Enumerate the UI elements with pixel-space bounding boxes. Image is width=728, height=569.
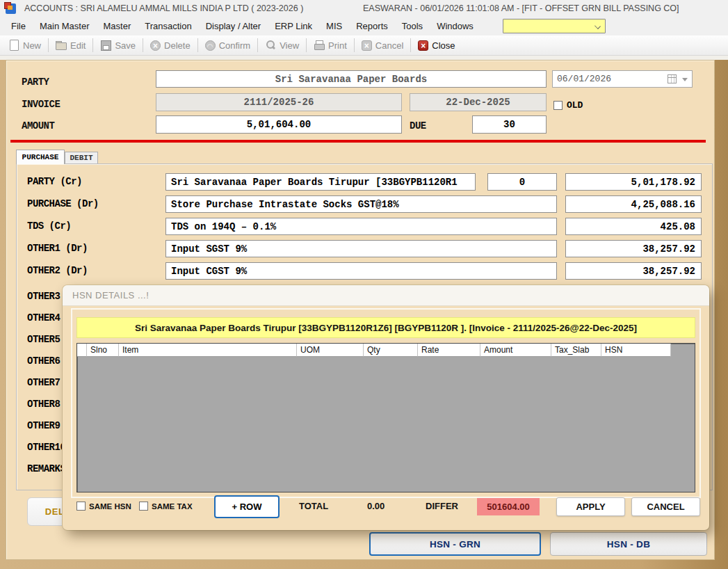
new-button[interactable]: New — [3, 38, 47, 53]
menu-erp-link[interactable]: ERP Link — [268, 18, 319, 34]
toolbar-button-label: Save — [115, 40, 136, 51]
menu-file[interactable]: File — [4, 18, 33, 34]
ledger-row-label: OTHER2 (Dr) — [27, 265, 88, 276]
differ-value-badge: 501604.00 — [477, 498, 540, 515]
toolbar-button-label: Delete — [164, 40, 191, 51]
voucher-date-picker[interactable]: 06/01/2026 — [552, 70, 693, 88]
grid-row-selector-header — [77, 344, 87, 357]
title-bar: ACCOUNTS : SRI ALAMELU AMMAL MILLS INDIA… — [0, 0, 728, 17]
print-printer-icon — [314, 40, 325, 51]
window-title: ACCOUNTS : SRI ALAMELU AMMAL MILLS INDIA… — [24, 3, 303, 13]
amount-label: AMOUNT — [22, 120, 54, 131]
grid-column-amount[interactable]: Amount — [480, 344, 551, 357]
add-row-button[interactable]: + ROW — [214, 495, 280, 518]
party-input[interactable]: Sri Saravanaa Paper Boards — [156, 70, 547, 88]
menu-items: FileMain MasterMasterTransactionDisplay … — [4, 18, 480, 34]
toolbar-separator — [48, 38, 49, 52]
grid-column-uom[interactable]: UOM — [297, 344, 364, 357]
ledger-description-input[interactable]: TDS on 194Q – 0.1% — [165, 218, 557, 235]
cancel-button[interactable]: Cancel — [356, 38, 409, 53]
grid-column-hsn[interactable]: HSN — [601, 344, 671, 357]
same-hsn-group: SAME HSN — [76, 502, 131, 511]
cancel-box-icon — [362, 40, 372, 51]
ledger-amount-input[interactable]: 5,01,178.92 — [565, 173, 702, 191]
ledger-row-label: OTHER8 — [27, 399, 60, 410]
ledger-extra-input[interactable]: 0 — [487, 173, 557, 191]
ledger-row-label: PURCHASE (Dr) — [27, 198, 99, 209]
menu-display-alter[interactable]: Display / Alter — [199, 18, 268, 34]
same-hsn-checkbox[interactable] — [76, 502, 86, 511]
toolbar-separator — [143, 38, 143, 52]
same-tax-checkbox[interactable] — [139, 502, 148, 511]
toolbar-button-label: Cancel — [375, 40, 403, 51]
menu-transaction[interactable]: Transaction — [138, 18, 198, 34]
edit-folder-icon — [56, 40, 67, 51]
toolbar-separator — [306, 38, 307, 52]
amount-input[interactable]: 5,01,604.00 — [156, 115, 402, 134]
menu-windows[interactable]: Windows — [430, 18, 480, 34]
hsn-grn-button[interactable]: HSN - GRN — [369, 532, 541, 556]
delete-button[interactable]: Delete — [145, 38, 196, 53]
ledger-row-label: OTHER6 — [27, 355, 60, 367]
ledger-description-input[interactable]: Store Purchase Intrastate Socks GST@18% — [165, 195, 557, 213]
menu-master[interactable]: Master — [96, 18, 138, 34]
toolbar-separator — [257, 38, 258, 52]
ledger-description-input[interactable]: Sri Saravanaa Paper Boards Tirupur [33BG… — [165, 173, 476, 191]
grid-column-qty[interactable]: Qty — [364, 344, 418, 357]
ledger-row-label: TDS (Cr) — [27, 221, 71, 232]
old-checkbox-label: OLD — [567, 100, 583, 111]
confirm-circle-icon — [205, 40, 216, 51]
old-checkbox[interactable] — [553, 101, 563, 110]
apply-button[interactable]: APPLY — [556, 497, 625, 516]
ledger-description-input[interactable]: Input CGST 9% — [165, 262, 557, 280]
confirm-button[interactable]: Confirm — [200, 38, 257, 53]
invoice-number-field[interactable]: 2111/2025-26 — [156, 93, 402, 111]
ledger-row-label: REMARKS — [27, 463, 65, 474]
ledger-description-input[interactable]: Input SGST 9% — [165, 240, 557, 257]
grid-column-rate[interactable]: Rate — [418, 344, 480, 357]
ledger-row-label: OTHER9 — [27, 420, 60, 431]
ledger-amount-input[interactable]: 38,257.92 — [565, 240, 702, 257]
hsn-details-dialog: HSN DETAILS ...! Sri Saravanaa Paper Boa… — [63, 285, 709, 530]
toolbar-separator — [410, 38, 411, 52]
menu-tools[interactable]: Tools — [395, 18, 430, 34]
invoice-date-field[interactable]: 22-Dec-2025 — [410, 93, 547, 111]
due-days-input[interactable]: 30 — [472, 115, 547, 134]
view-button[interactable]: View — [259, 38, 305, 53]
print-button[interactable]: Print — [308, 38, 353, 53]
quick-search-combobox[interactable] — [503, 19, 606, 33]
close-button[interactable]: Close — [412, 38, 460, 53]
tab-debit[interactable]: DEBIT — [65, 152, 98, 164]
red-separator — [10, 140, 706, 143]
same-tax-group: SAME TAX — [139, 502, 193, 511]
hsn-dialog-panel: Sri Saravanaa Paper Boards Tirupur [33BG… — [71, 308, 701, 498]
grid-column-item[interactable]: Item — [119, 344, 297, 357]
total-label: TOTAL — [299, 501, 328, 511]
ledger-amount-input[interactable]: 425.08 — [565, 218, 702, 235]
chevron-down-icon — [594, 23, 601, 29]
close-x-icon — [418, 40, 428, 51]
hsn-dialog-titlebar[interactable]: HSN DETAILS ...! — [63, 285, 709, 306]
save-button[interactable]: Save — [95, 38, 141, 53]
ledger-amount-input[interactable]: 38,257.92 — [565, 262, 702, 280]
toolbar-button-label: Print — [328, 40, 347, 51]
hsn-db-button[interactable]: HSN - DB — [550, 532, 707, 556]
calendar-icon[interactable] — [668, 74, 677, 83]
cancel-button[interactable]: CANCEL — [631, 497, 700, 516]
grid-column-slno[interactable]: Slno — [87, 344, 119, 357]
toolbar-button-label: New — [23, 40, 41, 51]
toolbar-separator — [197, 38, 198, 52]
toolbar-separator — [92, 38, 93, 52]
view-magnifier-icon — [265, 40, 276, 51]
ledger-amount-input[interactable]: 4,25,088.16 — [565, 195, 702, 213]
differ-label: DIFFER — [426, 501, 458, 511]
toolbar-button-label: View — [280, 40, 299, 51]
chevron-down-icon[interactable] — [682, 78, 688, 81]
grid-column-tax_slab[interactable]: Tax_Slab — [551, 344, 601, 357]
hsn-grid[interactable]: SlnoItemUOMQtyRateAmountTax_SlabHSN — [76, 343, 695, 492]
menu-mis[interactable]: MIS — [319, 18, 349, 34]
menu-reports[interactable]: Reports — [349, 18, 395, 34]
tab-purchase[interactable]: PURCHASE — [16, 150, 65, 164]
menu-main-master[interactable]: Main Master — [33, 18, 97, 34]
edit-button[interactable]: Edit — [50, 38, 91, 53]
